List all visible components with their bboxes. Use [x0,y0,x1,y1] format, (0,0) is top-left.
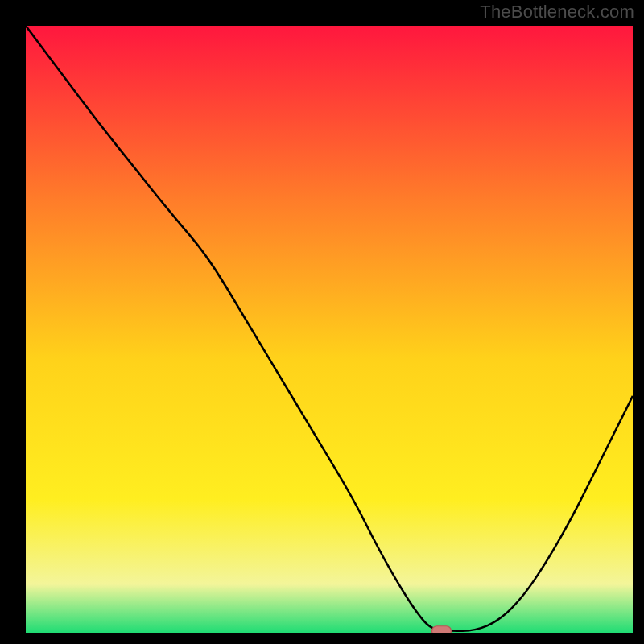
attribution-watermark: TheBottleneck.com [480,2,634,23]
optimal-marker [431,626,451,633]
chart-frame: TheBottleneck.com [0,0,644,644]
gradient-background [26,26,633,633]
bottleneck-plot [26,26,633,633]
